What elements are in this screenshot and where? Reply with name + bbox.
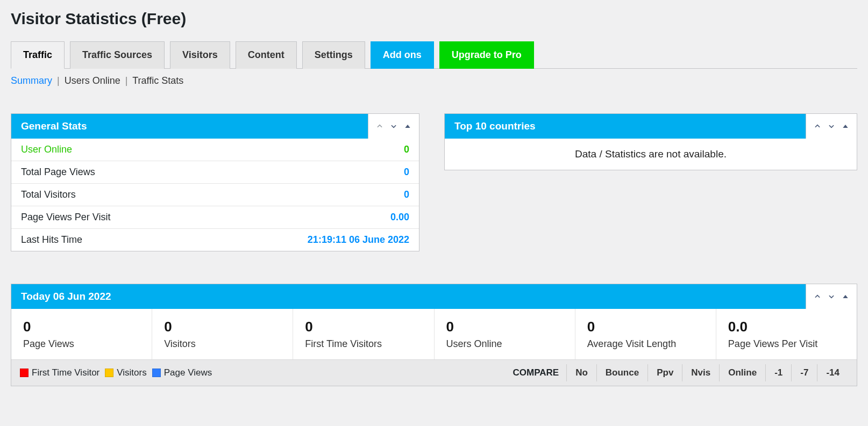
stat-row-pvpv: Page Views Per Visit 0.00 <box>11 206 419 228</box>
card-page-views: 0 Page Views <box>11 309 152 359</box>
subnav-traffic-stats[interactable]: Traffic Stats <box>132 75 183 86</box>
today-title: Today 06 Jun 2022 <box>11 284 806 309</box>
main-tabs: Traffic Traffic Sources Visitors Content… <box>11 41 857 69</box>
card-users-online: 0 Users Online <box>435 309 575 359</box>
stat-value: 0 <box>404 144 409 155</box>
compare-minus-7[interactable]: -7 <box>791 364 817 381</box>
tab-addons[interactable]: Add ons <box>371 41 434 69</box>
stat-label: Total Page Views <box>21 167 95 178</box>
stat-value: 0 <box>404 189 409 200</box>
today-cards: 0 Page Views 0 Visitors 0 First Time Vis… <box>11 309 857 359</box>
legend: First Time Visitor Visitors Page Views <box>20 367 212 378</box>
legend-page-views: Page Views <box>152 367 212 378</box>
general-stats-panel: General Stats User Online 0 Total Page V… <box>11 113 419 251</box>
top-countries-title: Top 10 countries <box>445 114 806 139</box>
legend-visitors: Visitors <box>105 367 146 378</box>
stat-value: 21:19:11 06 June 2022 <box>308 234 409 246</box>
legend-first-time-visitor: First Time Visitor <box>20 367 99 378</box>
separator: | <box>125 75 128 86</box>
compare-label: COMPARE <box>506 364 567 381</box>
legend-label: Page Views <box>164 367 212 378</box>
card-first-time-visitors: 0 First Time Visitors <box>293 309 434 359</box>
panel-handles <box>806 284 857 309</box>
card-visitors: 0 Visitors <box>152 309 293 359</box>
compare-minus-1[interactable]: -1 <box>765 364 791 381</box>
top-countries-panel: Top 10 countries Data / Statistics are n… <box>444 113 857 170</box>
card-label: Page Views Per Visit <box>728 338 845 350</box>
card-label: First Time Visitors <box>305 338 422 350</box>
stat-label: Page Views Per Visit <box>21 212 110 223</box>
card-value: 0 <box>164 319 281 335</box>
compare-ppv[interactable]: Ppv <box>648 364 682 381</box>
stat-row-last-hits: Last Hits Time 21:19:11 06 June 2022 <box>11 228 419 251</box>
separator: | <box>57 75 60 86</box>
tab-traffic[interactable]: Traffic <box>11 41 65 69</box>
general-stats-title: General Stats <box>11 114 368 139</box>
today-footer: First Time Visitor Visitors Page Views C… <box>11 359 857 386</box>
card-value: 0 <box>587 319 704 335</box>
card-value: 0 <box>446 319 563 335</box>
top-countries-no-data: Data / Statistics are not available. <box>445 139 857 170</box>
svg-marker-2 <box>843 295 848 298</box>
card-page-views-per-visit: 0.0 Page Views Per Visit <box>716 309 857 359</box>
chevron-up-icon[interactable] <box>812 291 823 302</box>
triangle-up-icon[interactable] <box>839 120 851 132</box>
triangle-up-icon[interactable] <box>402 120 414 132</box>
legend-label: First Time Visitor <box>32 367 99 378</box>
stat-row-total-page-views: Total Page Views 0 <box>11 161 419 183</box>
stat-value: 0 <box>404 167 409 178</box>
card-label: Visitors <box>164 338 281 350</box>
card-value: 0.0 <box>728 319 845 335</box>
stat-row-user-online: User Online 0 <box>11 139 419 161</box>
card-label: Users Online <box>446 338 563 350</box>
tab-traffic-sources[interactable]: Traffic Sources <box>70 41 165 69</box>
stat-row-total-visitors: Total Visitors 0 <box>11 183 419 206</box>
panel-handles <box>806 114 857 139</box>
compare-bounce[interactable]: Bounce <box>596 364 648 381</box>
svg-marker-0 <box>405 125 410 128</box>
tab-visitors[interactable]: Visitors <box>170 41 230 69</box>
chevron-down-icon[interactable] <box>388 120 400 132</box>
triangle-up-icon[interactable] <box>839 291 851 302</box>
page-title: Visitor Statistics (Free) <box>11 0 857 41</box>
subnav-users-online[interactable]: Users Online <box>65 75 120 86</box>
stat-label[interactable]: User Online <box>21 144 72 155</box>
compare-online[interactable]: Online <box>719 364 765 381</box>
compare-row: COMPARE No Bounce Ppv Nvis Online -1 -7 … <box>506 364 849 381</box>
swatch-red-icon <box>20 369 29 377</box>
compare-no[interactable]: No <box>566 364 596 381</box>
swatch-blue-icon <box>152 369 161 377</box>
chevron-up-icon[interactable] <box>374 120 386 132</box>
compare-minus-14[interactable]: -14 <box>817 364 848 381</box>
subnav-summary[interactable]: Summary <box>11 75 52 86</box>
stat-label: Last Hits Time <box>21 234 82 246</box>
chevron-down-icon[interactable] <box>826 291 837 302</box>
stat-value: 0.00 <box>390 212 409 223</box>
tab-upgrade-pro[interactable]: Upgrade to Pro <box>439 41 534 69</box>
tab-content[interactable]: Content <box>236 41 297 69</box>
sub-nav: Summary | Users Online | Traffic Stats <box>11 69 857 86</box>
card-label: Average Visit Length <box>587 338 704 350</box>
chevron-up-icon[interactable] <box>812 120 823 132</box>
card-avg-visit-length: 0 Average Visit Length <box>575 309 716 359</box>
general-stats-body: User Online 0 Total Page Views 0 Total V… <box>11 139 419 251</box>
panel-handles <box>368 114 419 139</box>
legend-label: Visitors <box>117 367 146 378</box>
card-value: 0 <box>23 319 140 335</box>
chevron-down-icon[interactable] <box>826 120 837 132</box>
swatch-yellow-icon <box>105 369 113 377</box>
today-panel: Today 06 Jun 2022 0 Page Views 0 Visitor… <box>11 284 857 386</box>
compare-nvis[interactable]: Nvis <box>682 364 719 381</box>
card-value: 0 <box>305 319 422 335</box>
tab-settings[interactable]: Settings <box>302 41 365 69</box>
svg-marker-1 <box>843 125 848 128</box>
card-label: Page Views <box>23 338 140 350</box>
stat-label: Total Visitors <box>21 189 76 200</box>
